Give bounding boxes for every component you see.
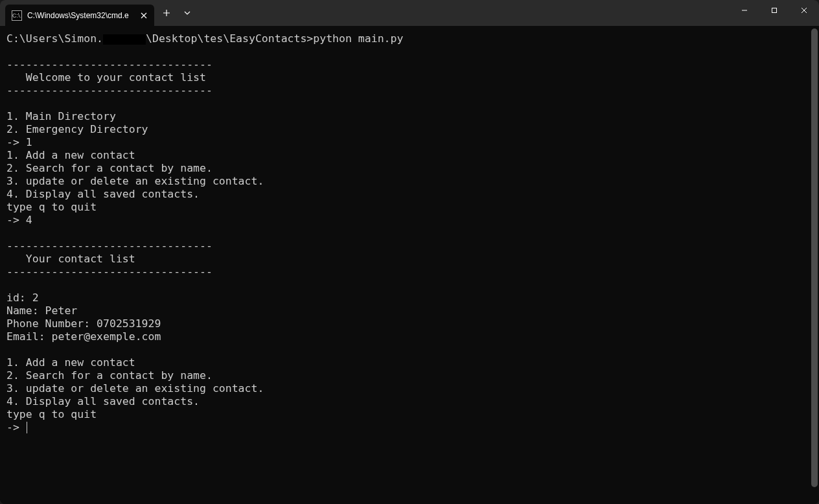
menu-main-item: 1. Add a new contact xyxy=(6,356,135,369)
contact-id: id: 2 xyxy=(6,292,39,304)
close-icon xyxy=(801,7,807,14)
close-window-button[interactable] xyxy=(789,0,819,21)
prompt-path-prefix: C:\Users\Simon. xyxy=(6,32,103,45)
input-arrow: -> xyxy=(6,421,26,433)
minimize-icon xyxy=(741,7,748,14)
prompt-path-suffix: \Desktop\tes\EasyContacts> xyxy=(146,32,313,45)
text-cursor xyxy=(27,422,28,433)
list-header: Your contact list xyxy=(6,253,135,265)
tab-dropdown-button[interactable] xyxy=(178,3,197,23)
plus-icon xyxy=(163,9,170,17)
scrollbar-track[interactable] xyxy=(811,29,818,501)
menu-main-item: 3. update or delete an existing contact. xyxy=(6,382,264,395)
tab-close-button[interactable] xyxy=(139,10,149,21)
scrollbar-thumb[interactable] xyxy=(811,29,818,487)
terminal-area: C:\Users\Simon.\Desktop\tes\EasyContacts… xyxy=(0,26,819,504)
menu-main-item: 4. Display all saved contacts. xyxy=(6,188,200,200)
tab-actions xyxy=(157,0,197,26)
svg-rect-0 xyxy=(772,8,777,13)
menu-main-item: 2. Search for a contact by name. xyxy=(6,369,213,382)
menu-dir-item: 1. Main Directory xyxy=(6,110,116,122)
welcome-title: Welcome to your contact list xyxy=(6,71,206,84)
quit-hint: type q to quit xyxy=(6,408,97,420)
divider-line: -------------------------------- xyxy=(6,240,213,252)
contact-email: Email: peter@exemple.com xyxy=(6,330,161,343)
redacted-username xyxy=(103,34,146,45)
titlebar: C:\. C:\Windows\System32\cmd.e xyxy=(0,0,819,26)
new-tab-button[interactable] xyxy=(157,3,176,23)
divider-line: -------------------------------- xyxy=(6,266,213,278)
chevron-down-icon xyxy=(184,11,190,15)
tab-title: C:\Windows\System32\cmd.e xyxy=(27,11,133,20)
quit-hint: type q to quit xyxy=(6,201,97,213)
command-text: python main.py xyxy=(313,32,403,45)
menu-main-item: 2. Search for a contact by name. xyxy=(6,162,213,174)
input-arrow: -> xyxy=(6,136,26,148)
maximize-icon xyxy=(771,7,778,14)
contact-phone: Phone Number: 0702531929 xyxy=(6,317,161,330)
menu-main-item: 4. Display all saved contacts. xyxy=(6,395,200,407)
menu-main-item: 3. update or delete an existing contact. xyxy=(6,175,264,187)
terminal-window: C:\. C:\Windows\System32\cmd.e xyxy=(0,0,819,504)
maximize-button[interactable] xyxy=(759,0,789,21)
user-input: 4 xyxy=(26,214,32,226)
input-arrow: -> xyxy=(6,214,26,226)
contact-name: Name: Peter xyxy=(6,304,77,317)
user-input: 1 xyxy=(26,136,32,148)
menu-main-item: 1. Add a new contact xyxy=(6,149,135,161)
minimize-button[interactable] xyxy=(730,0,759,21)
menu-dir-item: 2. Emergency Directory xyxy=(6,123,148,135)
terminal-output[interactable]: C:\Users\Simon.\Desktop\tes\EasyContacts… xyxy=(0,26,811,504)
divider-line: -------------------------------- xyxy=(6,84,213,97)
cmd-icon: C:\. xyxy=(12,10,22,21)
window-controls xyxy=(730,0,819,21)
tab-active[interactable]: C:\. C:\Windows\System32\cmd.e xyxy=(5,5,154,26)
divider-line: -------------------------------- xyxy=(6,58,213,71)
